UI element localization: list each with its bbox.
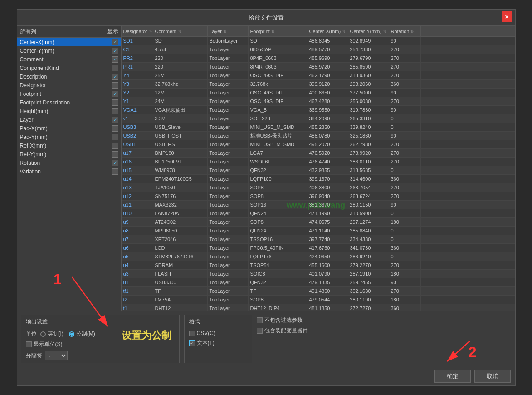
td-19-4: 381.3670 xyxy=(307,201,348,209)
left-item-13[interactable]: Ref-Y(mm) xyxy=(17,150,121,158)
left-item-12[interactable]: Ref-X(mm) xyxy=(17,141,121,150)
th-rotation[interactable]: Rotation⇅ xyxy=(389,26,421,36)
td-4-6: 270 xyxy=(389,71,421,79)
td-21-1: AT24C02 xyxy=(153,218,208,226)
td-1-0: C1 xyxy=(122,45,153,54)
td-1-1: 4.7uf xyxy=(153,45,208,54)
left-item-7[interactable]: Footprint Description xyxy=(17,98,121,107)
td-17-2: TopLayer xyxy=(208,183,249,192)
th-center-y-mm-[interactable]: Center-Y(mm)⇅ xyxy=(348,26,389,36)
table-row[interactable]: PR1220TopLayer8P4R_0603485.9720285.85902… xyxy=(122,63,515,71)
separator-select[interactable]: . , ; Tab xyxy=(45,351,68,360)
table-row[interactable]: PR2220TopLayer8P4R_0603485.9690279.67902… xyxy=(122,54,515,63)
table-row[interactable]: USB1USB_HSTopLayerMINI_USB_M_SMD495.2070… xyxy=(122,140,515,149)
th-comment[interactable]: Comment⇅ xyxy=(153,26,208,36)
table-row[interactable]: VGA1VGA视频输出TopLayerVGA_B369.9550319.7830… xyxy=(122,106,515,114)
left-item-3[interactable]: ComponentKind xyxy=(17,64,121,72)
left-item-1[interactable]: Center-Y(mm)✓ xyxy=(17,46,121,55)
ok-button[interactable]: 确定 xyxy=(434,370,471,383)
cancel-button[interactable]: 取消 xyxy=(474,370,511,383)
table-row[interactable]: tf1TFTopLayerTF491.4860302.1630270 xyxy=(122,287,515,296)
table-row[interactable]: u17BMP180TopLayerLGA7470.5920273.9920270 xyxy=(122,149,515,158)
table-row[interactable]: u3FLASHTopLayerSOIC8401.0790287.1910180 xyxy=(122,270,515,278)
right-panel: Designator⇅Comment⇅Layer⇅Footprint⇅Cente… xyxy=(122,26,515,311)
table-row[interactable]: u1USB3300TopLayerQFN32479.1335259.745590 xyxy=(122,278,515,287)
left-item-8[interactable]: Height(mm) xyxy=(17,107,121,115)
table-row[interactable]: u8MPU6050TopLayerQFN24471.1140285.88400 xyxy=(122,227,515,235)
td-24-4: 417.6760 xyxy=(307,244,348,252)
table-row[interactable]: SD1SDBottomLayerSD486.8045302.894990 xyxy=(122,37,515,45)
td-9-5: 265.3310 xyxy=(348,114,389,123)
left-item-check-9: ✓ xyxy=(112,117,118,123)
td-23-5: 334.4330 xyxy=(348,235,389,243)
text-checkbox-label[interactable]: ✓ 文本(T) xyxy=(189,339,247,347)
no-filter-checkbox-label[interactable]: 不包含过滤参数 xyxy=(257,316,512,324)
td-4-2: TopLayer xyxy=(208,71,249,79)
table-row[interactable]: u16BH1750FVITopLayerWSOF6I476.4740286.01… xyxy=(122,158,515,166)
left-item-5[interactable]: Designator xyxy=(17,81,121,89)
td-19-1: MAX3232 xyxy=(153,201,208,209)
table-row[interactable]: u11MAX3232TopLayerSOP16381.3670280.11509… xyxy=(122,201,515,209)
table-row[interactable]: u5STM32F767IGT6TopLayerLQFP176424.065028… xyxy=(122,252,515,261)
include-variant-checkbox-label[interactable]: 包含装配变量器件 xyxy=(257,327,512,335)
csv-checkbox-label[interactable]: CSV(C) xyxy=(189,330,247,336)
table-row[interactable]: u12SN75176TopLayerSOP8396.9040263.672427… xyxy=(122,192,515,201)
td-19-3: SOP16 xyxy=(249,201,307,209)
td-1-2: TopLayer xyxy=(208,45,249,54)
td-26-1: SDRAM xyxy=(153,261,208,269)
td-26-3: TSOP54 xyxy=(249,261,307,269)
td-18-3: SOP8 xyxy=(249,192,307,200)
td-6-1: 12M xyxy=(153,89,208,97)
th-center-x-mm-[interactable]: Center-X(mm)⇅ xyxy=(307,26,348,36)
table-row[interactable]: u15WM8978TopLayerQFN32432.9855318.56850 xyxy=(122,166,515,175)
column-list: Center-X(mm)✓Center-Y(mm)✓Comment✓Compon… xyxy=(17,38,121,311)
td-27-3: SOIC8 xyxy=(249,270,307,278)
left-item-9[interactable]: Layer✓ xyxy=(17,115,121,124)
td-14-1: BH1750FVI xyxy=(153,158,208,166)
separator-label: 分隔符 xyxy=(26,352,42,360)
th-designator[interactable]: Designator⇅ xyxy=(122,26,153,36)
csv-checkbox xyxy=(189,331,195,336)
table-row[interactable]: v13.3VTopLayerSOT-223384.2090265.33100 xyxy=(122,114,515,123)
td-24-5: 341.0730 xyxy=(348,244,389,252)
td-8-0: VGA1 xyxy=(122,106,153,114)
table-row[interactable]: Y124MTopLayerOSC_49S_DIP467.4280256.0030… xyxy=(122,97,515,106)
table-row[interactable]: u9AT24C02TopLayerSOP8474.0675297.1274180 xyxy=(122,218,515,227)
td-10-5: 339.8240 xyxy=(348,123,389,131)
table-row[interactable]: u14EPM240T100C5TopLayerLQFP100399.167031… xyxy=(122,175,515,183)
table-row[interactable]: Y425MTopLayerOSC_49S_DIP462.1790313.9360… xyxy=(122,71,515,80)
td-8-2: TopLayer xyxy=(208,106,249,114)
table-row[interactable]: USB2USB_HOSTTopLayer标准USB-母头贴片488.078032… xyxy=(122,132,515,140)
table-row[interactable]: Y212MTopLayerOSC_49S_DIP400.8650277.5000… xyxy=(122,89,515,97)
table-row[interactable]: Y332.768khzTopLayer32.768k399.9120293.20… xyxy=(122,80,515,89)
imperial-radio-label[interactable]: 英制(I) xyxy=(40,330,63,338)
td-27-2: TopLayer xyxy=(208,270,249,278)
td-1-3: 0805CAP xyxy=(249,45,307,54)
th-footprint[interactable]: Footprint⇅ xyxy=(249,26,307,36)
table-row[interactable]: t1DHT12TopLayerDHT12_DIP4481.1850272.727… xyxy=(122,304,515,311)
table-row[interactable]: u4SDRAMTopLayerTSOP54455.1600279.2270270 xyxy=(122,261,515,270)
td-18-6: 270 xyxy=(389,192,421,200)
td-11-4: 488.0780 xyxy=(307,132,348,140)
left-item-4[interactable]: Description✓ xyxy=(17,72,121,81)
show-unit-checkbox-label[interactable]: 显示单位(S) xyxy=(26,341,63,348)
table-row[interactable]: u10LAN8720ATopLayerQFN24471.1990310.5900… xyxy=(122,209,515,218)
left-item-14[interactable]: Rotation✓ xyxy=(17,158,121,167)
left-item-2[interactable]: Comment✓ xyxy=(17,55,121,64)
table-row[interactable]: t2LM75ATopLayerSOP8479.0544280.1190180 xyxy=(122,296,515,304)
show-unit-checkbox xyxy=(26,341,32,347)
metric-radio-label[interactable]: 公制(M) xyxy=(69,330,95,338)
left-item-10[interactable]: Pad-X(mm) xyxy=(17,124,121,133)
text-label: 文本(T) xyxy=(197,339,215,347)
table-row[interactable]: C14.7ufTopLayer0805CAP489.5770254.733027… xyxy=(122,45,515,54)
left-item-0[interactable]: Center-X(mm)✓ xyxy=(17,38,121,46)
table-row[interactable]: u13TJA1050TopLayerSOP8406.3800263.705427… xyxy=(122,183,515,192)
left-item-15[interactable]: Variation xyxy=(17,167,121,176)
table-row[interactable]: USB3USB_SlaveTopLayerMINI_USB_M_SMD485.2… xyxy=(122,123,515,132)
left-item-11[interactable]: Pad-Y(mm) xyxy=(17,133,121,141)
table-row[interactable]: u7XPT2046TopLayerTSSOP16397.7740334.4330… xyxy=(122,235,515,244)
left-item-6[interactable]: Footprint✓ xyxy=(17,89,121,98)
th-layer[interactable]: Layer⇅ xyxy=(208,26,249,36)
close-button[interactable]: × xyxy=(502,11,512,22)
table-row[interactable]: u6LCDTopLayerFPC0.5_40PIN417.6760341.073… xyxy=(122,244,515,252)
